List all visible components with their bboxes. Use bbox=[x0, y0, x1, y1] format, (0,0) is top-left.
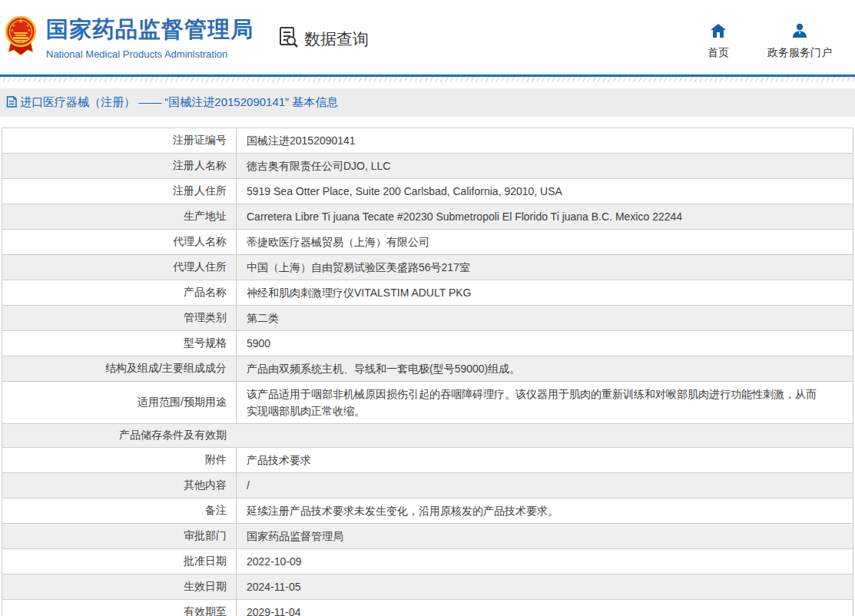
nav-portal-label: 政务服务门户 bbox=[767, 46, 832, 60]
table-row: 产品储存条件及有效期 bbox=[2, 423, 853, 447]
row-value: 中国（上海）自由贸易试验区美盛路56号217室 bbox=[236, 255, 853, 280]
brand-block: 国家药品监督管理局 National Medical Products Admi… bbox=[46, 15, 254, 60]
page-icon bbox=[5, 95, 20, 111]
row-label: 管理类别 bbox=[2, 306, 236, 330]
row-label: 其他内容 bbox=[2, 473, 236, 498]
row-value: 神经和肌肉刺激理疗仪VITALSTIM ADULT PKG bbox=[236, 280, 853, 305]
table-row: 审批部门 国家药品监督管理局 bbox=[2, 523, 853, 548]
site-header: ★ ★ ★ ★ ★ 国家药品监督管理局 National Medical Pro… bbox=[0, 0, 855, 75]
row-value: 2029-11-04 bbox=[236, 600, 853, 616]
row-label: 备注 bbox=[2, 498, 236, 523]
data-query-tab[interactable]: 数据查询 bbox=[277, 25, 369, 53]
data-query-label: 数据查询 bbox=[304, 28, 369, 50]
row-label: 生产地址 bbox=[2, 204, 236, 229]
row-value: 蒂捷欧医疗器械贸易（上海）有限公司 bbox=[236, 230, 853, 254]
table-row: 附件 产品技术要求 bbox=[2, 447, 853, 472]
document-search-icon bbox=[277, 25, 304, 53]
row-label: 型号规格 bbox=[2, 331, 236, 356]
table-row: 生效日期 2024-11-05 bbox=[2, 574, 853, 599]
header-nav: 首页 政务服务门户 bbox=[708, 23, 832, 60]
site-title: 国家药品监督管理局 bbox=[46, 15, 254, 45]
breadcrumb-bar: 进口医疗器械（注册） —— “国械注进20152090141” 基本信息 bbox=[0, 88, 855, 117]
table-row: 备注 延续注册产品技术要求未发生变化，沿用原核发的产品技术要求。 bbox=[2, 498, 853, 523]
home-icon bbox=[710, 23, 727, 41]
row-value: 国械注进20152090141 bbox=[236, 128, 853, 153]
row-value: 5919 Sea Otter Place, Suite 200 Carlsbad… bbox=[236, 179, 853, 204]
svg-text:★: ★ bbox=[18, 17, 24, 25]
table-row: 型号规格 5900 bbox=[2, 330, 853, 356]
row-label: 批准日期 bbox=[2, 549, 236, 574]
row-value: 延续注册产品技术要求未发生变化，沿用原核发的产品技术要求。 bbox=[236, 498, 853, 523]
site-subtitle: National Medical Products Administration bbox=[46, 48, 254, 60]
table-row: 其他内容 / bbox=[2, 472, 853, 498]
row-label: 结构及组成/主要组成成分 bbox=[2, 356, 236, 381]
table-row: 代理人名称 蒂捷欧医疗器械贸易（上海）有限公司 bbox=[2, 229, 853, 254]
row-label: 注册证编号 bbox=[2, 128, 236, 153]
national-emblem-icon: ★ ★ ★ ★ ★ bbox=[5, 12, 37, 63]
row-value: 2022-10-09 bbox=[236, 549, 853, 574]
row-label: 注册人名称 bbox=[2, 154, 236, 178]
row-value: 第二类 bbox=[236, 306, 853, 330]
info-table: 注册证编号 国械注进20152090141 注册人名称 德吉奥有限责任公司DJO… bbox=[2, 128, 853, 616]
user-icon bbox=[791, 23, 808, 41]
svg-text:★: ★ bbox=[28, 28, 31, 32]
nav-item-home[interactable]: 首页 bbox=[708, 23, 729, 60]
row-value: Carretera Libre Ti juana Tecate #20230 S… bbox=[236, 204, 853, 229]
row-value: 2024-11-05 bbox=[236, 575, 853, 599]
nav-item-portal[interactable]: 政务服务门户 bbox=[767, 23, 832, 60]
nav-home-label: 首页 bbox=[708, 46, 729, 60]
row-label: 产品储存条件及有效期 bbox=[2, 424, 236, 447]
row-label: 审批部门 bbox=[2, 524, 236, 548]
table-row: 生产地址 Carretera Libre Ti juana Tecate #20… bbox=[2, 204, 853, 229]
table-row: 有效期至 2029-11-04 bbox=[2, 599, 853, 616]
table-row: 批准日期 2022-10-09 bbox=[2, 548, 853, 574]
row-value: 5900 bbox=[236, 331, 853, 356]
table-row: 注册人住所 5919 Sea Otter Place, Suite 200 Ca… bbox=[2, 178, 853, 204]
row-value bbox=[236, 424, 853, 447]
table-row: 适用范围/预期用途 该产品适用于咽部非机械原因损伤引起的吞咽障碍理疗。该仪器用于… bbox=[2, 381, 853, 423]
table-row: 结构及组成/主要组成成分 产品由双频系统主机、导线和一套电极(型号59000)组… bbox=[2, 356, 853, 381]
breadcrumb[interactable]: 进口医疗器械（注册） —— “国械注进20152090141” 基本信息 bbox=[20, 95, 338, 110]
table-row: 产品名称 神经和肌肉刺激理疗仪VITALSTIM ADULT PKG bbox=[2, 280, 853, 305]
row-label: 代理人名称 bbox=[2, 230, 236, 254]
hatch-stripe bbox=[0, 77, 855, 82]
row-label: 有效期至 bbox=[2, 600, 236, 616]
row-value: 产品技术要求 bbox=[236, 448, 853, 472]
row-label: 产品名称 bbox=[2, 280, 236, 305]
table-row: 管理类别 第二类 bbox=[2, 305, 853, 330]
row-value: 该产品适用于咽部非机械原因损伤引起的吞咽障碍理疗。该仪器用于肌肉的重新训练和对喉… bbox=[236, 382, 853, 423]
svg-text:★: ★ bbox=[11, 28, 15, 32]
row-label: 附件 bbox=[2, 448, 236, 472]
table-row: 注册证编号 国械注进20152090141 bbox=[2, 128, 853, 153]
row-value: 国家药品监督管理局 bbox=[236, 524, 853, 548]
table-row: 注册人名称 德吉奥有限责任公司DJO, LLC bbox=[2, 153, 853, 178]
row-value: 产品由双频系统主机、导线和一套电极(型号59000)组成。 bbox=[236, 356, 853, 381]
row-value: 德吉奥有限责任公司DJO, LLC bbox=[236, 154, 853, 178]
row-value: / bbox=[236, 473, 853, 498]
table-row: 代理人住所 中国（上海）自由贸易试验区美盛路56号217室 bbox=[2, 254, 853, 280]
row-label: 代理人住所 bbox=[2, 255, 236, 280]
row-label: 注册人住所 bbox=[2, 179, 236, 204]
row-label: 生效日期 bbox=[2, 575, 236, 599]
row-label: 适用范围/预期用途 bbox=[2, 382, 236, 423]
